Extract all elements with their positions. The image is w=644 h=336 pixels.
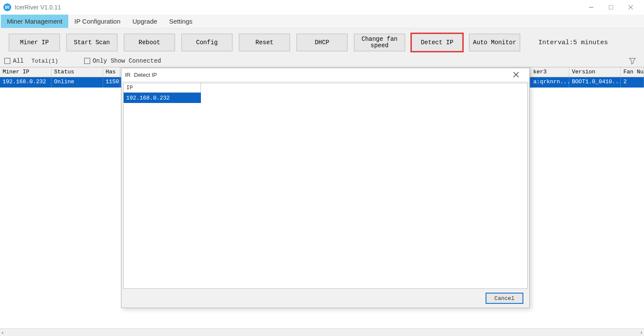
checkbox-icon bbox=[4, 58, 10, 64]
dialog-title: Detect IP bbox=[134, 72, 157, 78]
col-miner-ip[interactable]: Miner IP bbox=[0, 67, 52, 77]
minimize-button[interactable] bbox=[581, 0, 601, 15]
change-fan-speed-button[interactable]: Change fan speed bbox=[354, 33, 405, 51]
cell-fan: 2 bbox=[621, 77, 644, 88]
toolbar: Miner IP Start Scan Reboot Config Reset … bbox=[0, 28, 644, 55]
window-controls bbox=[581, 0, 641, 15]
reset-button[interactable]: Reset bbox=[239, 33, 290, 51]
col-fan[interactable]: Fan Num bbox=[621, 67, 644, 77]
start-scan-button[interactable]: Start Scan bbox=[66, 33, 118, 51]
horizontal-scrollbar[interactable]: ‹ › bbox=[0, 328, 644, 336]
all-label: All bbox=[13, 58, 24, 64]
col-version[interactable]: Version bbox=[569, 67, 621, 77]
maximize-icon bbox=[608, 5, 614, 10]
filter-icon[interactable] bbox=[629, 57, 640, 65]
only-connected-label: Only Show Connected bbox=[93, 58, 161, 64]
reboot-button[interactable]: Reboot bbox=[124, 33, 175, 51]
svg-rect-1 bbox=[609, 6, 613, 9]
menubar: Miner Management IP Configuration Upgrad… bbox=[0, 15, 644, 28]
col-ker3[interactable]: ker3 bbox=[531, 67, 569, 77]
cell-version: BOOT1.0_0410... bbox=[569, 77, 621, 88]
miner-ip-button[interactable]: Miner IP bbox=[9, 33, 60, 51]
cell-ip: 192.168.0.232 bbox=[0, 77, 52, 88]
close-icon bbox=[628, 5, 633, 10]
close-icon bbox=[513, 72, 519, 78]
ip-list-header[interactable]: IP bbox=[124, 83, 201, 93]
auto-monitor-button[interactable]: Auto Monitor bbox=[469, 33, 520, 51]
only-connected-checkbox[interactable]: Only Show Connected bbox=[84, 58, 161, 64]
detect-ip-dialog: IR Detect IP IP 192.168.0.232 Cancel bbox=[121, 68, 530, 308]
filter-bar: All Total(1) Only Show Connected bbox=[0, 55, 644, 67]
menu-settings[interactable]: Settings bbox=[163, 15, 198, 28]
cancel-button[interactable]: Cancel bbox=[486, 293, 523, 304]
app-icon: IR bbox=[3, 3, 11, 11]
app-title: IcerRiver V1.0.11 bbox=[15, 4, 61, 11]
menu-miner-management[interactable]: Miner Management bbox=[1, 15, 68, 28]
total-label: Total(1) bbox=[31, 58, 58, 64]
scroll-right-icon[interactable]: › bbox=[641, 329, 642, 336]
interval-label: Interval:5 minutes bbox=[538, 39, 608, 46]
dialog-app-icon: IR bbox=[125, 72, 131, 78]
close-button[interactable] bbox=[621, 0, 641, 15]
menu-ip-configuration[interactable]: IP Configuration bbox=[68, 15, 126, 28]
dialog-titlebar: IR Detect IP bbox=[122, 68, 529, 81]
all-checkbox[interactable]: All bbox=[4, 58, 24, 64]
checkbox-icon bbox=[84, 58, 90, 64]
col-status[interactable]: Status bbox=[52, 67, 103, 77]
titlebar: IR IcerRiver V1.0.11 bbox=[0, 0, 644, 15]
cell-has: 1150 bbox=[103, 77, 120, 88]
ip-list-row[interactable]: 192.168.0.232 bbox=[124, 93, 201, 103]
minimize-icon bbox=[589, 5, 594, 10]
dialog-footer: Cancel bbox=[122, 289, 529, 308]
col-has[interactable]: Has bbox=[103, 67, 120, 77]
scroll-left-icon[interactable]: ‹ bbox=[2, 329, 3, 336]
detect-ip-button[interactable]: Detect IP bbox=[411, 33, 463, 51]
config-button[interactable]: Config bbox=[181, 33, 233, 51]
dialog-body: IP 192.168.0.232 bbox=[123, 83, 528, 289]
menu-upgrade[interactable]: Upgrade bbox=[127, 15, 164, 28]
maximize-button[interactable] bbox=[601, 0, 621, 15]
dialog-close-button[interactable] bbox=[513, 72, 526, 78]
cell-status: Online bbox=[52, 77, 103, 88]
dhcp-button[interactable]: DHCP bbox=[296, 33, 348, 51]
cell-ker3: a:qrknrn... bbox=[531, 77, 569, 88]
